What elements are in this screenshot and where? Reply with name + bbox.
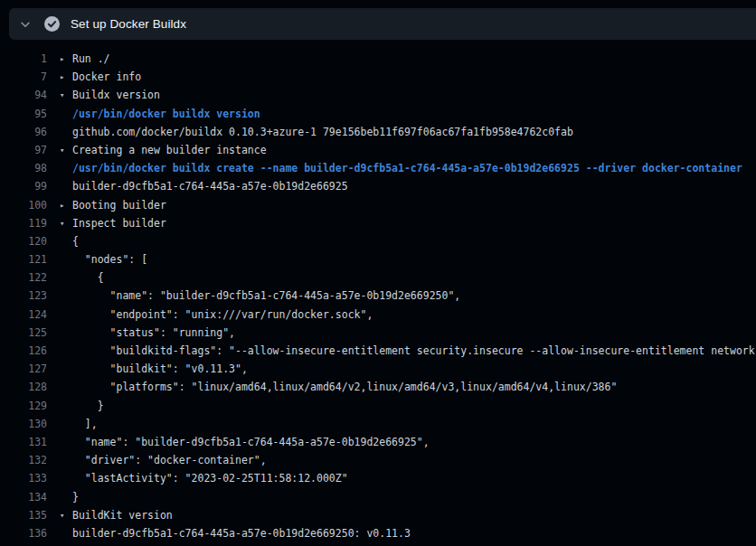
log-row[interactable]: 1 ▸ Run ./: [0, 50, 756, 68]
log-text: builder-d9cfb5a1-c764-445a-a57e-0b19d2e6…: [72, 524, 411, 542]
line-number[interactable]: 120: [0, 232, 47, 250]
line-number[interactable]: 97: [0, 141, 47, 159]
group-toggle-icon: [60, 488, 72, 506]
line-number[interactable]: 136: [0, 524, 47, 542]
group-toggle-icon: [60, 287, 72, 305]
line-number[interactable]: 94: [0, 86, 47, 104]
group-toggle-icon: [60, 378, 72, 396]
line-number[interactable]: 133: [0, 469, 47, 487]
log-row: 125 "status": "running",: [0, 324, 756, 342]
line-number[interactable]: 100: [0, 196, 47, 214]
log-text: Buildx version: [72, 86, 160, 104]
log-text: "status": "running",: [72, 324, 235, 342]
group-toggle-icon: [60, 177, 72, 195]
group-toggle-icon[interactable]: ▾: [60, 141, 72, 159]
log-text: Booting builder: [72, 196, 166, 214]
log-row[interactable]: 94 ▾ Buildx version: [0, 86, 756, 104]
log-text: /usr/bin/docker buildx version: [72, 105, 260, 123]
log-text: }: [72, 488, 79, 506]
log-text: Run ./: [72, 50, 110, 68]
log-text: "platforms": "linux/amd64,linux/amd64/v2…: [72, 378, 617, 396]
log-row: 128 "platforms": "linux/amd64,linux/amd6…: [0, 378, 756, 396]
log-text: "lastActivity": "2023-02-25T11:58:12.000…: [72, 469, 348, 487]
log-text: "buildkit": "v0.11.3",: [72, 360, 248, 378]
log-row[interactable]: 135 ▾ BuildKit version: [0, 506, 756, 524]
group-toggle-icon: [60, 451, 72, 469]
line-number[interactable]: 123: [0, 287, 47, 305]
line-number[interactable]: 99: [0, 177, 47, 195]
line-number[interactable]: 132: [0, 451, 47, 469]
group-toggle-icon[interactable]: ▸: [60, 50, 72, 68]
log-row: 121 "nodes": [: [0, 250, 756, 268]
group-toggle-icon: [60, 360, 72, 378]
log-text: "driver": "docker-container",: [72, 451, 267, 469]
group-toggle-icon: [60, 123, 72, 141]
group-toggle-icon: [60, 232, 72, 250]
group-toggle-icon[interactable]: ▸: [60, 68, 72, 86]
group-toggle-icon: [60, 159, 72, 177]
line-number[interactable]: 130: [0, 415, 47, 433]
log-row[interactable]: 97 ▾ Creating a new builder instance: [0, 141, 756, 159]
log-row: 124 "endpoint": "unix:///var/run/docker.…: [0, 306, 756, 324]
line-number[interactable]: 135: [0, 506, 47, 524]
line-number[interactable]: 124: [0, 306, 47, 324]
line-number[interactable]: 131: [0, 433, 47, 451]
line-number[interactable]: 98: [0, 159, 47, 177]
group-toggle-icon: [60, 433, 72, 451]
log-text: ],: [72, 415, 98, 433]
log-text: Inspect builder: [72, 214, 166, 232]
log-row[interactable]: 7 ▸ Docker info: [0, 68, 756, 86]
log-text: /usr/bin/docker buildx create --name bui…: [72, 159, 742, 177]
log-viewer[interactable]: 1 ▸ Run ./ 7 ▸ Docker info 94 ▾ Buildx v…: [0, 40, 756, 546]
line-number[interactable]: 1: [0, 50, 47, 68]
log-row[interactable]: 100 ▸ Booting builder: [0, 196, 756, 214]
step-header[interactable]: Set up Docker Buildx: [9, 8, 756, 40]
log-row: 134 }: [0, 488, 756, 506]
group-toggle-icon: [60, 415, 72, 433]
log-row: 127 "buildkit": "v0.11.3",: [0, 360, 756, 378]
log-row: 129 }: [0, 397, 756, 415]
group-toggle-icon: [60, 342, 72, 360]
group-toggle-icon: [60, 250, 72, 268]
log-text: {: [72, 268, 104, 287]
log-row[interactable]: 119 ▾ Inspect builder: [0, 214, 756, 232]
log-row: 123 "name": "builder-d9cfb5a1-c764-445a-…: [0, 287, 756, 305]
line-number[interactable]: 125: [0, 324, 47, 342]
line-number[interactable]: 134: [0, 488, 47, 506]
line-number[interactable]: 128: [0, 378, 47, 396]
log-text: BuildKit version: [72, 506, 173, 524]
log-row: 95 /usr/bin/docker buildx version: [0, 105, 756, 123]
line-number[interactable]: 96: [0, 123, 47, 141]
step-title: Set up Docker Buildx: [71, 17, 186, 31]
log-row: 132 "driver": "docker-container",: [0, 451, 756, 469]
line-number[interactable]: 127: [0, 360, 47, 378]
log-row: 126 "buildkitd-flags": "--allow-insecure…: [0, 342, 756, 360]
log-text: "name": "builder-d9cfb5a1-c764-445a-a57e…: [72, 433, 430, 451]
log-row: 98 /usr/bin/docker buildx create --name …: [0, 159, 756, 177]
line-number[interactable]: 7: [0, 68, 47, 86]
line-number[interactable]: 122: [0, 268, 47, 287]
line-number[interactable]: 95: [0, 105, 47, 123]
log-text: github.com/docker/buildx 0.10.3+azure-1 …: [72, 123, 573, 141]
log-row: 99 builder-d9cfb5a1-c764-445a-a57e-0b19d…: [0, 177, 756, 195]
group-toggle-icon[interactable]: ▾: [60, 506, 72, 524]
group-toggle-icon[interactable]: ▾: [60, 214, 72, 232]
log-text: }: [72, 397, 104, 415]
log-text: builder-d9cfb5a1-c764-445a-a57e-0b19d2e6…: [72, 177, 348, 195]
log-text: "nodes": [: [72, 250, 147, 268]
log-text: "endpoint": "unix:///var/run/docker.sock…: [72, 306, 373, 324]
group-toggle-icon[interactable]: ▾: [60, 86, 72, 104]
chevron-down-icon[interactable]: [18, 17, 33, 32]
group-toggle-icon[interactable]: ▸: [60, 196, 72, 214]
line-number[interactable]: 126: [0, 342, 47, 360]
line-number[interactable]: 129: [0, 397, 47, 415]
log-row: 96 github.com/docker/buildx 0.10.3+azure…: [0, 123, 756, 141]
group-toggle-icon: [60, 469, 72, 487]
check-circle-icon: [44, 16, 60, 32]
log-row: 120 {: [0, 232, 756, 250]
log-text: Creating a new builder instance: [72, 141, 267, 159]
log-row: 130 ],: [0, 415, 756, 433]
group-toggle-icon: [60, 105, 72, 123]
line-number[interactable]: 121: [0, 250, 47, 268]
line-number[interactable]: 119: [0, 214, 47, 232]
